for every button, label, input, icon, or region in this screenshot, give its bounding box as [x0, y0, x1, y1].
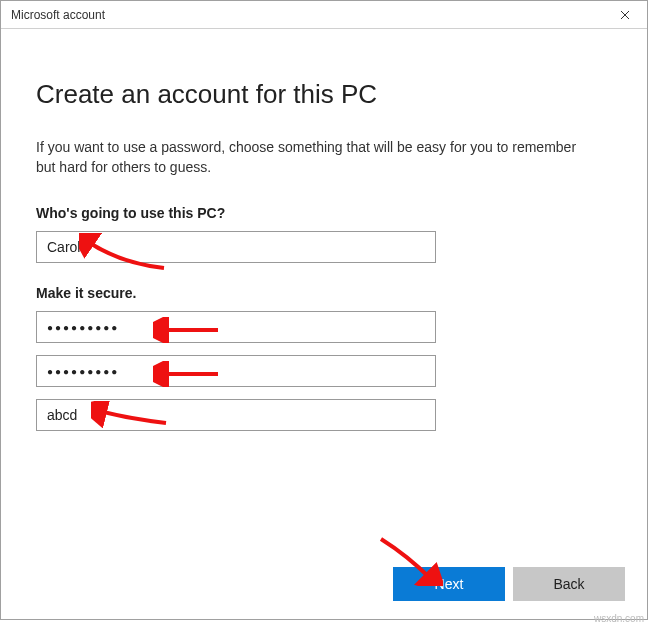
- close-button[interactable]: [602, 1, 647, 29]
- username-section-label: Who's going to use this PC?: [36, 205, 612, 221]
- footer-buttons: Next Back: [393, 567, 625, 601]
- close-icon: [620, 7, 630, 23]
- username-input[interactable]: [36, 231, 436, 263]
- page-description: If you want to use a password, choose so…: [36, 138, 596, 177]
- content-area: Create an account for this PC If you wan…: [1, 29, 647, 443]
- page-title: Create an account for this PC: [36, 79, 612, 110]
- titlebar: Microsoft account: [1, 1, 647, 29]
- password-input[interactable]: [36, 311, 436, 343]
- next-button[interactable]: Next: [393, 567, 505, 601]
- password-hint-input[interactable]: [36, 399, 436, 431]
- secure-section-label: Make it secure.: [36, 285, 612, 301]
- dialog-window: Microsoft account Create an account for …: [0, 0, 648, 620]
- confirm-password-input[interactable]: [36, 355, 436, 387]
- back-button[interactable]: Back: [513, 567, 625, 601]
- window-title: Microsoft account: [11, 8, 602, 22]
- watermark-text: wsxdn.com: [594, 613, 644, 624]
